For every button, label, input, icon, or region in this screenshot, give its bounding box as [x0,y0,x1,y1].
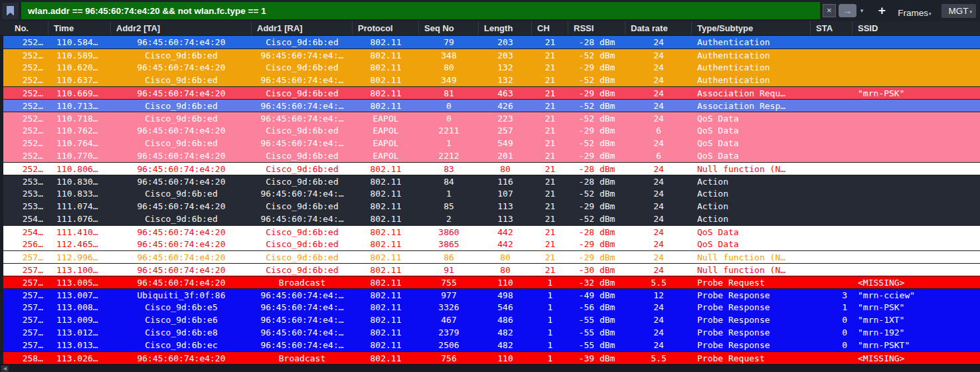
cell-no: 252… [3,36,48,48]
packet-row[interactable]: 257…113.007…Ubiquiti_3f:0f:8696:45:60:74… [0,288,980,301]
cell-addr1: 96:45:60:74:e4:… [252,339,353,351]
packet-row[interactable]: 253…111.074…96:45:60:74:e4:20Cisco_9d:6b… [0,200,980,213]
cell-time: 110.762… [48,124,111,137]
column-header-rssi[interactable]: RSSI [568,21,625,35]
display-filter-input[interactable]: wlan.addr == 96:45:60:74:e4:20 && not wl… [21,2,820,19]
cell-ssid: "mrn-PSK" [853,87,980,99]
packet-row[interactable]: 253…110.830…96:45:60:74:e4:20Cisco_9d:6b… [0,175,980,187]
cell-protocol: EAPOL [353,149,419,162]
cell-rssi: -28 dBm [568,175,625,187]
mgt-dropdown-button[interactable]: MGT ▾ [941,4,976,18]
cell-rate: 6 [625,149,692,162]
clear-filter-button[interactable]: × [823,4,836,17]
column-header-protocol[interactable]: Protocol [353,21,419,35]
cell-rate: 24 [625,301,692,314]
cell-no: 253… [3,175,48,187]
column-header-seq[interactable]: Seq No [419,21,479,35]
cell-sta [811,276,853,288]
cell-rssi: -55 dBm [568,339,625,351]
column-header-rate[interactable]: Data rate [625,21,692,35]
packet-row[interactable]: 252…110.806…96:45:60:74:e4:20Cisco_9d:6b… [0,162,980,175]
cell-sta [811,149,853,162]
cell-protocol: 802.11 [353,213,419,225]
column-header-addr1[interactable]: Addr1 [RA] [252,21,353,35]
cell-ch: 1 [532,352,568,364]
cell-length: 223 [479,112,532,124]
column-header-addr2[interactable]: Addr2 [TA] [111,21,252,35]
cell-type: QoS Data [692,226,811,238]
packet-row[interactable]: 252…110.770…96:45:60:74:e4:20Cisco_9d:6b… [0,149,980,162]
cell-time: 113.005… [48,276,111,288]
packet-row[interactable]: 252…110.762…96:45:60:74:e4:20Cisco_9d:6b… [0,124,980,137]
packet-row[interactable]: 254…111.076…Cisco_9d:6b:ed96:45:60:74:e4… [0,213,980,225]
cell-seq: 467 [419,314,479,326]
cell-seq: 756 [419,352,479,364]
frames-dropdown-button[interactable]: Frames ▾ [898,3,931,18]
cell-sta: 0 [811,314,853,326]
column-header-ch[interactable]: CH [532,21,568,35]
column-header-time[interactable]: Time [48,21,111,35]
cell-type: Authentication [692,61,811,74]
cell-sta [811,61,853,74]
packet-row[interactable]: 252…110.764…Cisco_9d:6b:ed96:45:60:74:e4… [0,137,980,149]
cell-addr1: 96:45:60:74:e4:… [252,213,353,225]
packet-row[interactable]: 254…111.410…96:45:60:74:e4:20Cisco_9d:6b… [0,225,980,238]
column-header-length[interactable]: Length [479,21,532,35]
cell-addr2: 96:45:60:74:e4:20 [111,87,252,99]
packet-row[interactable]: 252…110.669…96:45:60:74:e4:20Cisco_9d:6b… [0,86,980,99]
cell-length: 113 [479,213,532,225]
cell-rssi: -32 dBm [568,276,625,288]
column-header-no[interactable]: No. [0,21,48,35]
packet-row[interactable]: 257…113.009…Cisco_9d:6b:e696:45:60:74:e4… [0,314,980,326]
cell-rssi: -29 dBm [568,61,625,74]
packet-row[interactable]: 252…110.713…Cisco_9d:6b:ed96:45:60:74:e4… [0,99,980,112]
column-header-type[interactable]: Type/Subtype [692,21,811,35]
cell-length: 203 [479,36,532,48]
scroll-left-button[interactable]: ◀ [1,365,9,372]
cell-rate: 24 [625,251,692,263]
cell-no: 257… [3,314,48,326]
packet-row[interactable]: 257…113.100…96:45:60:74:e4:20Cisco_9d:6b… [0,263,980,276]
cell-ch: 21 [532,226,568,238]
packet-row[interactable]: 252…110.589…Cisco_9d:6b:ed96:45:60:74:e4… [0,48,980,61]
cell-rate: 24 [625,49,692,61]
horizontal-scrollbar[interactable]: ◀ [0,364,980,372]
cell-sta [811,238,853,250]
cell-time: 110.620… [48,61,111,74]
cell-type: Action [692,175,811,187]
cell-length: 482 [479,326,532,339]
cell-rssi: -52 dBm [568,137,625,149]
apply-filter-button[interactable]: → [839,4,857,17]
cell-ch: 1 [532,289,568,301]
cell-protocol: 802.11 [353,74,419,86]
cell-rate: 24 [625,264,692,276]
cell-ssid [853,226,980,238]
packet-row[interactable]: 256…112.465…96:45:60:74:e4:20Cisco_9d:6b… [0,238,980,250]
packet-row[interactable]: 257…113.013…Cisco_9d:6b:ec96:45:60:74:e4… [0,339,980,351]
packet-row[interactable]: 257…113.005…96:45:60:74:e4:20Broadcast80… [0,276,980,288]
cell-type: Probe Response [692,326,811,339]
packet-row[interactable]: 258…113.026…96:45:60:74:e4:20Broadcast80… [0,351,980,364]
cell-addr2: 96:45:60:74:e4:20 [111,226,252,238]
packet-row[interactable]: 252…110.584…96:45:60:74:e4:20Cisco_9d:6b… [0,36,980,48]
packet-row[interactable]: 252…110.620…96:45:60:74:e4:20Cisco_9d:6b… [0,61,980,74]
packet-row[interactable]: 253…110.833…Cisco_9d:6b:ed96:45:60:74:e4… [0,187,980,200]
add-filter-button[interactable]: + [874,3,890,19]
column-header-ssid[interactable]: SSID [853,21,980,35]
cell-protocol: 802.11 [353,352,419,364]
cell-sta: 0 [811,339,853,351]
cell-type: Probe Response [692,289,811,301]
packet-row[interactable]: 252…110.637…Cisco_9d:6b:ed96:45:60:74:e4… [0,74,980,86]
packet-row[interactable]: 257…113.008…Cisco_9d:6b:e596:45:60:74:e4… [0,301,980,314]
packet-row[interactable]: 252…110.718…Cisco_9d:6b:ed96:45:60:74:e4… [0,112,980,124]
cell-time: 110.584… [48,36,111,48]
filter-history-dropdown[interactable]: ▾ [860,7,864,14]
column-header-sta[interactable]: STA [811,21,853,35]
cell-type: Probe Request [692,276,811,288]
cell-addr1: 96:45:60:74:e4:… [252,49,353,61]
packet-row[interactable]: 257…112.996…96:45:60:74:e4:20Cisco_9d:6b… [0,250,980,263]
filter-bookmark-button[interactable] [2,3,19,19]
packet-row[interactable]: 257…113.012…Cisco_9d:6b:e896:45:60:74:e4… [0,326,980,339]
cell-ch: 21 [532,74,568,86]
cell-rssi: -28 dBm [568,226,625,238]
